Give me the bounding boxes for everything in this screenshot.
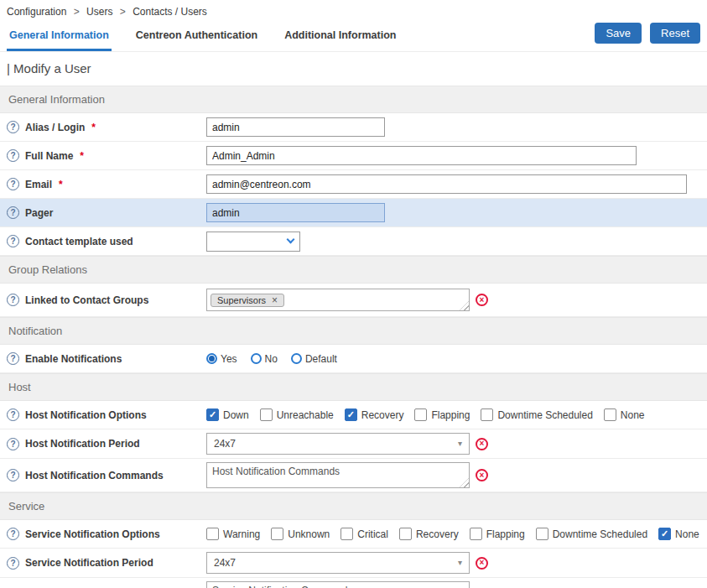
checkbox-icon: ✓ — [271, 528, 283, 540]
pager-input[interactable] — [206, 203, 385, 222]
chip-label: Supervisors — [217, 295, 266, 305]
checkbox-icon: ✓ — [399, 528, 412, 540]
tab-additional-information[interactable]: Additional Information — [282, 22, 398, 51]
clear-host-period-icon[interactable]: × — [476, 438, 488, 450]
placeholder-text: Host Notification Commands — [212, 466, 340, 477]
field-label-cell: ? Host Notification Commands — [7, 469, 206, 481]
checkbox-label: Recovery — [361, 409, 404, 421]
checkbox-service-recovery[interactable]: ✓ Recovery — [399, 528, 459, 540]
help-icon[interactable]: ? — [7, 408, 19, 421]
modify-user-page: Configuration > Users > Contacts / Users… — [0, 0, 707, 588]
field-input-cell — [206, 146, 700, 165]
section-host: Host — [0, 373, 707, 401]
breadcrumb: Configuration > Users > Contacts / Users — [0, 0, 707, 22]
radio-default[interactable]: Default — [291, 353, 337, 365]
save-button[interactable]: Save — [595, 23, 642, 44]
field-row-host-notification-commands: ? Host Notification Commands Host Notifi… — [0, 459, 707, 492]
help-icon[interactable]: ? — [7, 557, 19, 570]
checkbox-label: Critical — [357, 528, 388, 540]
checkbox-service-critical[interactable]: ✓ Critical — [341, 528, 388, 540]
help-icon[interactable]: ? — [7, 438, 19, 450]
checkbox-service-downtime-scheduled[interactable]: ✓ Downtime Scheduled — [536, 528, 647, 540]
resize-handle[interactable] — [460, 301, 469, 310]
field-input-cell — [206, 203, 700, 222]
field-input-cell: 24x7 ▾ × — [206, 433, 700, 455]
checkbox-icon: ✓ — [206, 528, 219, 540]
breadcrumb-contacts-users[interactable]: Contacts / Users — [133, 6, 207, 18]
breadcrumb-configuration[interactable]: Configuration — [7, 6, 66, 18]
section-general-information: General Information — [0, 86, 707, 113]
checkbox-label: Recovery — [416, 528, 459, 540]
field-label-cell: ? Enable Notifications — [7, 352, 206, 365]
field-label: Email — [25, 179, 52, 190]
required-asterisk: * — [91, 122, 96, 133]
field-row-service-notification-period: ? Service Notification Period 24x7 ▾ × — [0, 549, 707, 578]
field-label: Service Notification Period — [25, 557, 153, 569]
clear-host-commands-icon[interactable]: × — [476, 469, 488, 481]
reset-button[interactable]: Reset — [650, 23, 700, 44]
checkbox-host-downtime-scheduled[interactable]: ✓ Downtime Scheduled — [481, 408, 592, 421]
chip-remove-icon[interactable]: × — [272, 295, 278, 305]
contact-groups-multiselect[interactable]: Supervisors × — [206, 289, 470, 311]
help-icon[interactable]: ? — [7, 469, 19, 481]
help-icon[interactable]: ? — [7, 149, 19, 162]
email-input[interactable] — [206, 174, 687, 194]
checkbox-host-unreachable[interactable]: ✓ Unreachable — [260, 408, 334, 421]
tab-centreon-authentication[interactable]: Centreon Authentication — [133, 22, 260, 51]
contact-template-select[interactable] — [206, 232, 300, 252]
required-asterisk: * — [59, 179, 63, 190]
clear-contact-groups-icon[interactable]: × — [476, 294, 488, 306]
field-row-service-notification-options: ? Service Notification Options ✓ Warning… — [0, 520, 707, 549]
tab-general-information[interactable]: General Information — [7, 22, 112, 51]
service-notification-commands-input[interactable]: Service Notification Commands — [206, 581, 470, 588]
host-notification-period-select[interactable]: 24x7 ▾ — [206, 433, 470, 455]
field-label-cell: ? Host Notification Period — [7, 438, 206, 450]
required-asterisk: * — [80, 150, 84, 162]
checkbox-service-none[interactable]: ✓ None — [658, 528, 699, 540]
checkbox-host-none[interactable]: ✓ None — [604, 408, 645, 421]
check-icon: ✓ — [209, 410, 216, 419]
checkbox-service-warning[interactable]: ✓ Warning — [206, 528, 260, 540]
help-icon[interactable]: ? — [7, 352, 19, 365]
checkbox-host-flapping[interactable]: ✓ Flapping — [414, 408, 470, 421]
field-label: Contact template used — [25, 236, 133, 247]
field-label: Linked to Contact Groups — [25, 294, 148, 306]
breadcrumb-separator: > — [120, 6, 126, 18]
help-icon[interactable]: ? — [7, 206, 19, 219]
checkbox-icon: ✓ — [345, 408, 357, 421]
checkbox-host-recovery[interactable]: ✓ Recovery — [345, 408, 404, 421]
placeholder-text: Service Notification Commands — [212, 585, 352, 588]
field-input-cell: Host Notification Commands × — [206, 462, 700, 488]
help-icon[interactable]: ? — [7, 235, 19, 247]
radio-label: Yes — [221, 353, 237, 365]
help-icon[interactable]: ? — [7, 294, 19, 306]
full-name-input[interactable] — [206, 146, 637, 165]
breadcrumb-users[interactable]: Users — [86, 6, 112, 18]
caret-down-icon: ▾ — [458, 559, 462, 567]
breadcrumb-separator: > — [74, 6, 80, 18]
field-label-cell: ? Email * — [7, 178, 206, 190]
resize-handle[interactable] — [460, 478, 469, 487]
service-notification-period-select[interactable]: 24x7 ▾ — [206, 552, 470, 574]
field-row-enable-notifications: ? Enable Notifications Yes No Default — [0, 345, 707, 373]
checkbox-service-flapping[interactable]: ✓ Flapping — [470, 528, 525, 540]
radio-no[interactable]: No — [251, 353, 278, 365]
checkbox-icon: ✓ — [341, 528, 353, 540]
checkbox-service-unknown[interactable]: ✓ Unknown — [271, 528, 330, 540]
radio-yes[interactable]: Yes — [206, 353, 237, 365]
service-options-checkbox-group: ✓ Warning ✓ Unknown ✓ Critical ✓ Recover… — [206, 528, 700, 540]
field-label-cell: ? Host Notification Options — [7, 408, 206, 421]
alias-login-input[interactable] — [206, 117, 385, 137]
radio-icon — [206, 353, 217, 364]
field-label: Enable Notifications — [25, 353, 122, 365]
host-notification-commands-input[interactable]: Host Notification Commands — [206, 462, 470, 488]
clear-service-period-icon[interactable]: × — [476, 557, 488, 570]
help-icon[interactable]: ? — [7, 178, 19, 190]
field-label-cell: ? Service Notification Period — [7, 557, 206, 570]
help-icon[interactable]: ? — [7, 528, 19, 540]
checkbox-host-down[interactable]: ✓ Down — [206, 408, 249, 421]
checkbox-icon: ✓ — [414, 408, 427, 421]
help-icon[interactable]: ? — [7, 121, 19, 133]
field-label-cell: ? Linked to Contact Groups — [7, 294, 206, 306]
field-input-cell — [206, 174, 700, 194]
